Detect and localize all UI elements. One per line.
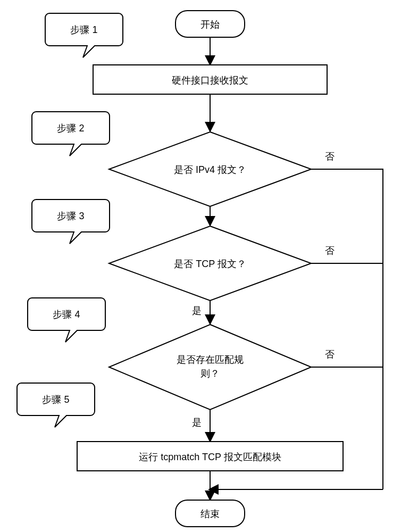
callout-step-1-label: 步骤 1 (70, 24, 97, 35)
process-tcpmatch-label: 运行 tcpmatch TCP 报文匹配模块 (139, 452, 281, 462)
callout-step-2-label: 步骤 2 (57, 123, 84, 134)
callout-step-5-label: 步骤 5 (42, 394, 69, 405)
decision-match-rule (109, 325, 311, 410)
d3-yes-label: 是 (192, 305, 202, 316)
callout-step-3: 步骤 3 (32, 200, 110, 244)
decision-match-rule-l1: 是否存在匹配规 (177, 354, 244, 365)
callout-step-1: 步骤 1 (45, 13, 123, 57)
end-label: 结束 (200, 509, 220, 519)
callout-step-5: 步骤 5 (17, 383, 95, 427)
callout-step-3-label: 步骤 3 (57, 211, 84, 221)
start-label: 开始 (200, 19, 220, 30)
decision-match-rule-l2: 则？ (200, 368, 220, 379)
d2-no-label: 否 (325, 151, 335, 162)
decision-is-tcp-label: 是否 TCP 报文？ (174, 259, 246, 269)
d4-no-label: 否 (325, 349, 335, 360)
callout-step-2: 步骤 2 (32, 112, 110, 156)
d3-no-label: 否 (325, 245, 335, 256)
d4-yes-label: 是 (192, 417, 202, 428)
decision-is-ipv4-label: 是否 IPv4 报文？ (174, 164, 246, 175)
callout-step-4-label: 步骤 4 (53, 309, 80, 320)
process-receive-packet-label: 硬件接口接收报文 (172, 75, 248, 86)
callout-step-4: 步骤 4 (28, 298, 105, 342)
